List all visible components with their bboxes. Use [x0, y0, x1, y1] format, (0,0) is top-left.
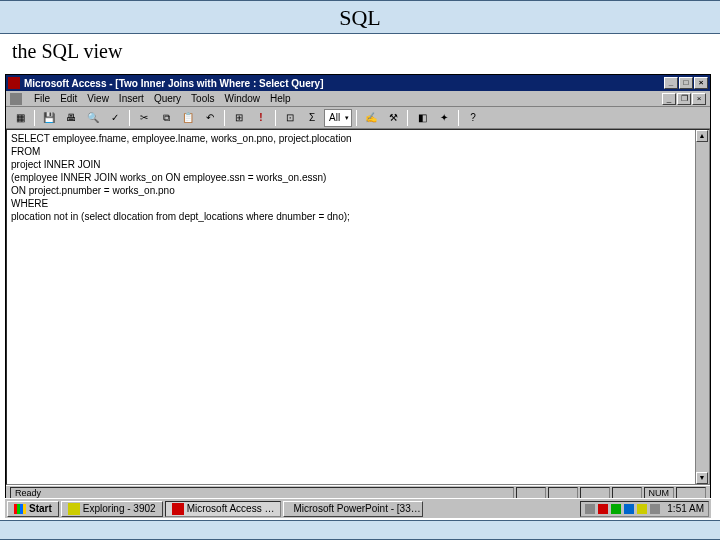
scroll-down-button[interactable]: ▼	[696, 472, 708, 484]
sql-line: SELECT employee.fname, employee.lname, w…	[11, 132, 705, 145]
windows-taskbar: Start Exploring - 3902 Microsoft Access …	[5, 498, 711, 518]
toolbar-separator	[407, 110, 408, 126]
sql-line: (employee INNER JOIN works_on ON employe…	[11, 171, 705, 184]
toolbar-separator	[458, 110, 459, 126]
top-values-dropdown[interactable]: All	[324, 109, 352, 127]
scroll-up-button[interactable]: ▲	[696, 130, 708, 142]
mdi-controls: _ ❐ ×	[662, 93, 706, 105]
tray-icon[interactable]	[637, 504, 647, 514]
taskbar-item-access[interactable]: Microsoft Access …	[165, 501, 282, 517]
menubar: File Edit View Insert Query Tools Window…	[6, 91, 710, 107]
access-icon	[172, 503, 184, 515]
start-label: Start	[29, 503, 52, 514]
access-window: Microsoft Access - [Two Inner Joins with…	[5, 74, 711, 502]
show-table-button[interactable]: ⊡	[280, 109, 300, 127]
minimize-button[interactable]: _	[664, 77, 678, 89]
vertical-scrollbar[interactable]: ▲ ▼	[695, 130, 709, 484]
sql-view-pane[interactable]: SELECT employee.fname, employee.lname, w…	[6, 129, 710, 485]
menu-query[interactable]: Query	[154, 93, 181, 104]
toolbar-separator	[224, 110, 225, 126]
mdi-minimize-button[interactable]: _	[662, 93, 676, 105]
tray-icon[interactable]	[611, 504, 621, 514]
taskbar-item-label: Microsoft PowerPoint - [33…	[293, 503, 420, 514]
sql-line: FROM	[11, 145, 705, 158]
sql-line: WHERE	[11, 197, 705, 210]
help-button[interactable]: ?	[463, 109, 483, 127]
window-title: Microsoft Access - [Two Inner Joins with…	[24, 78, 664, 89]
slide-title-bar: SQL	[0, 0, 720, 34]
window-controls: _ □ ×	[664, 77, 708, 89]
menu-view[interactable]: View	[87, 93, 109, 104]
new-object-button[interactable]: ✦	[434, 109, 454, 127]
undo-button[interactable]: ↶	[200, 109, 220, 127]
menu-file[interactable]: File	[34, 93, 50, 104]
sql-text[interactable]: SELECT employee.fname, employee.lname, w…	[11, 132, 705, 223]
system-tray: 1:51 AM	[580, 501, 709, 517]
slide-footer-bar	[0, 520, 720, 540]
access-app-icon	[8, 77, 20, 89]
tray-icon[interactable]	[598, 504, 608, 514]
mdi-close-button[interactable]: ×	[692, 93, 706, 105]
taskbar-item-powerpoint[interactable]: Microsoft PowerPoint - [33…	[283, 501, 423, 517]
spelling-button[interactable]: ✓	[105, 109, 125, 127]
explorer-icon	[68, 503, 80, 515]
taskbar-item-label: Exploring - 3902	[83, 503, 156, 514]
view-mode-button[interactable]: ▦	[10, 109, 30, 127]
copy-button[interactable]: ⧉	[156, 109, 176, 127]
mdi-system-icon[interactable]	[10, 93, 22, 105]
sql-line: plocation not in (select dlocation from …	[11, 210, 705, 223]
taskbar-clock[interactable]: 1:51 AM	[663, 503, 704, 514]
totals-button[interactable]: Σ	[302, 109, 322, 127]
close-button[interactable]: ×	[694, 77, 708, 89]
mdi-restore-button[interactable]: ❐	[677, 93, 691, 105]
properties-button[interactable]: ✍	[361, 109, 381, 127]
sql-line: project INNER JOIN	[11, 158, 705, 171]
tray-icon[interactable]	[585, 504, 595, 514]
menu-window[interactable]: Window	[224, 93, 260, 104]
build-button[interactable]: ⚒	[383, 109, 403, 127]
toolbar-separator	[34, 110, 35, 126]
toolbar-separator	[275, 110, 276, 126]
query-type-button[interactable]: ⊞	[229, 109, 249, 127]
taskbar-item-explorer[interactable]: Exploring - 3902	[61, 501, 163, 517]
toolbar: ▦ 💾 🖶 🔍 ✓ ✂ ⧉ 📋 ↶ ⊞ ! ⊡ Σ All ✍ ⚒ ◧ ✦ ?	[6, 107, 710, 129]
print-button[interactable]: 🖶	[61, 109, 81, 127]
save-button[interactable]: 💾	[39, 109, 59, 127]
sql-line: ON project.pnumber = works_on.pno	[11, 184, 705, 197]
cut-button[interactable]: ✂	[134, 109, 154, 127]
menu-edit[interactable]: Edit	[60, 93, 77, 104]
menu-tools[interactable]: Tools	[191, 93, 214, 104]
tray-icon[interactable]	[650, 504, 660, 514]
maximize-button[interactable]: □	[679, 77, 693, 89]
tray-icon[interactable]	[624, 504, 634, 514]
database-window-button[interactable]: ◧	[412, 109, 432, 127]
paste-button[interactable]: 📋	[178, 109, 198, 127]
run-button[interactable]: !	[251, 109, 271, 127]
windows-flag-icon	[14, 504, 26, 514]
menu-insert[interactable]: Insert	[119, 93, 144, 104]
toolbar-separator	[356, 110, 357, 126]
print-preview-button[interactable]: 🔍	[83, 109, 103, 127]
start-button[interactable]: Start	[7, 501, 59, 517]
toolbar-separator	[129, 110, 130, 126]
slide-title: SQL	[339, 5, 381, 30]
taskbar-item-label: Microsoft Access …	[187, 503, 275, 514]
titlebar: Microsoft Access - [Two Inner Joins with…	[6, 75, 710, 91]
slide-subtitle: the SQL view	[0, 34, 720, 67]
menu-help[interactable]: Help	[270, 93, 291, 104]
